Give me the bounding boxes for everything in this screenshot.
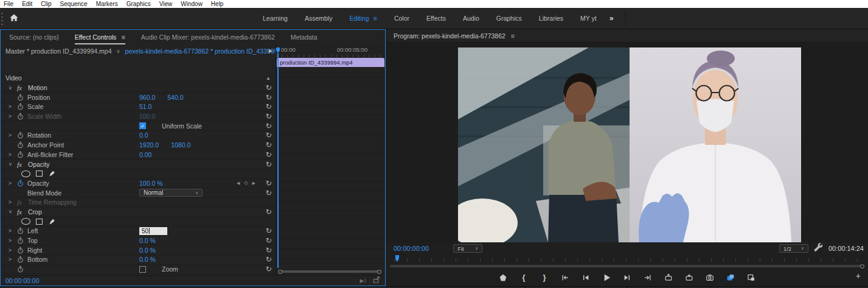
- checkbox-uniform-scale[interactable]: ✓: [139, 122, 146, 129]
- mark-in-button[interactable]: {: [519, 273, 529, 283]
- reset-parameter-icon[interactable]: ↺: [266, 123, 272, 129]
- param-value[interactable]: 100.0 %: [139, 180, 163, 187]
- panel-menu-icon[interactable]: ≡: [373, 15, 377, 22]
- settings-wrench-icon[interactable]: [814, 243, 823, 255]
- export-icon[interactable]: [372, 275, 380, 286]
- workspace-tab-assembly[interactable]: Assembly: [296, 8, 341, 29]
- panel-menu-icon[interactable]: ≡: [121, 33, 125, 41]
- button-editor-plus-button[interactable]: +: [856, 271, 861, 281]
- reset-parameter-icon[interactable]: ↺: [266, 256, 272, 262]
- fx-badge-icon[interactable]: fx: [17, 198, 28, 206]
- stopwatch-icon[interactable]: [17, 237, 27, 244]
- stopwatch-icon[interactable]: [17, 151, 27, 158]
- collapse-up-icon[interactable]: ▲: [266, 76, 271, 81]
- mini-timeline-scrollbar[interactable]: [278, 269, 381, 274]
- pen-mask-icon[interactable]: [48, 218, 55, 225]
- param-value-input[interactable]: 50: [139, 227, 167, 235]
- stopwatch-icon[interactable]: [17, 247, 27, 254]
- rectangle-mask-icon[interactable]: [36, 170, 43, 177]
- reset-parameter-icon[interactable]: ↺: [266, 228, 272, 234]
- workspace-tab-color[interactable]: Color: [386, 8, 418, 29]
- reset-parameter-icon[interactable]: ↺: [266, 209, 272, 215]
- panel-menu-icon[interactable]: ≡: [511, 32, 515, 40]
- master-clip-row[interactable]: Master * production ID_4339994.mp4 ∨ pex…: [1, 44, 276, 58]
- sequence-clip-label[interactable]: pexels-kindel-media-6773862 * production…: [125, 47, 276, 55]
- go-to-out-button[interactable]: [643, 273, 653, 283]
- panel-tab-metadata[interactable]: Metadata: [291, 30, 318, 44]
- next-keyframe-icon[interactable]: ▶: [252, 181, 255, 186]
- menu-item-view[interactable]: View: [159, 0, 173, 8]
- workspace-tab-editing[interactable]: Editing≡: [341, 8, 386, 29]
- panel-tab-source-no-clips[interactable]: Source: (no clips): [9, 30, 59, 44]
- reset-parameter-icon[interactable]: ↺: [266, 94, 272, 100]
- reset-parameter-icon[interactable]: ↺: [266, 132, 272, 138]
- twirl-icon[interactable]: ∨: [9, 209, 17, 214]
- stopwatch-icon[interactable]: [17, 103, 27, 110]
- extract-button[interactable]: [684, 273, 694, 283]
- twirl-icon[interactable]: >: [9, 180, 17, 186]
- menu-item-sequence[interactable]: Sequence: [60, 0, 88, 8]
- menu-item-edit[interactable]: Edit: [22, 0, 32, 8]
- param-value[interactable]: 0.0 %: [139, 256, 156, 263]
- reset-parameter-icon[interactable]: ↺: [266, 104, 272, 110]
- export-frame-button[interactable]: [705, 273, 715, 283]
- pen-mask-icon[interactable]: [48, 170, 55, 177]
- timeline-clip[interactable]: production ID_4339994.mp4: [277, 58, 384, 67]
- twirl-icon[interactable]: >: [9, 104, 17, 110]
- workspace-tab-my-yt[interactable]: MY yt: [572, 8, 605, 29]
- stopwatch-icon[interactable]: [17, 265, 27, 273]
- param-value[interactable]: 0.0 %: [139, 247, 156, 254]
- param-value[interactable]: 1920.0: [139, 141, 159, 149]
- reset-parameter-icon[interactable]: ↺: [266, 237, 272, 244]
- menu-item-file[interactable]: File: [4, 0, 13, 8]
- rectangle-mask-icon[interactable]: [36, 219, 43, 225]
- play-button[interactable]: [602, 273, 611, 283]
- reset-parameter-icon[interactable]: ↺: [266, 161, 272, 167]
- panel-grip[interactable]: [1, 12, 4, 25]
- stopwatch-icon[interactable]: [17, 141, 27, 149]
- workspace-tab-effects[interactable]: Effects: [418, 8, 454, 29]
- home-button[interactable]: [6, 12, 22, 25]
- play-effect-icon[interactable]: ▶⟩: [360, 278, 366, 284]
- reset-parameter-icon[interactable]: ↺: [266, 180, 272, 186]
- twirl-icon[interactable]: >: [9, 247, 17, 253]
- workspace-overflow-button[interactable]: »: [609, 8, 614, 29]
- stopwatch-icon[interactable]: [17, 180, 27, 187]
- lift-button[interactable]: [664, 273, 673, 283]
- twirl-icon[interactable]: >: [9, 113, 17, 119]
- stopwatch-icon[interactable]: [17, 227, 27, 234]
- mini-timeline-playhead[interactable]: [277, 53, 279, 268]
- twirl-icon[interactable]: ∨: [9, 85, 17, 91]
- program-scrubber[interactable]: [386, 255, 868, 264]
- step-forward-button[interactable]: [622, 273, 632, 283]
- workspace-tab-graphics[interactable]: Graphics: [488, 8, 530, 29]
- fx-badge-icon[interactable]: fx: [17, 161, 28, 168]
- workspace-tab-learning[interactable]: Learning: [254, 8, 296, 29]
- add-marker-button[interactable]: [498, 273, 508, 283]
- stopwatch-icon[interactable]: [17, 132, 27, 139]
- comparison-view-button[interactable]: [726, 273, 735, 283]
- effect-controls-timecode[interactable]: 00:00:00:00: [5, 277, 39, 284]
- workspace-tab-audio[interactable]: Audio: [454, 8, 488, 29]
- workspace-tab-libraries[interactable]: Libraries: [530, 8, 572, 29]
- checkbox-zoom[interactable]: [139, 266, 146, 273]
- panel-tab-audio-clip-mixer-pexels-kindel-media-6773862[interactable]: Audio Clip Mixer: pexels-kindel-media-67…: [141, 30, 275, 44]
- param-value[interactable]: 1080.0: [171, 141, 190, 149]
- multi-camera-button[interactable]: [746, 273, 756, 283]
- menu-item-window[interactable]: Window: [181, 0, 203, 8]
- param-value[interactable]: 51.0: [139, 103, 151, 110]
- add-keyframe-icon[interactable]: ◇: [244, 180, 248, 186]
- panel-tab-effect-controls[interactable]: Effect Controls≡: [75, 30, 125, 44]
- reset-parameter-icon[interactable]: ↺: [266, 142, 272, 148]
- twirl-icon[interactable]: >: [9, 152, 17, 158]
- twirl-icon[interactable]: ∨: [9, 161, 17, 167]
- twirl-icon[interactable]: >: [9, 228, 17, 234]
- reset-parameter-icon[interactable]: ↺: [266, 247, 272, 253]
- mark-out-button[interactable]: }: [540, 273, 549, 283]
- menu-item-clip[interactable]: Clip: [41, 0, 51, 8]
- reset-parameter-icon[interactable]: ↺: [266, 85, 272, 91]
- reset-parameter-icon[interactable]: ↺: [266, 152, 272, 158]
- twirl-icon[interactable]: >: [9, 199, 17, 205]
- param-value[interactable]: 960.0: [139, 94, 155, 101]
- stopwatch-icon[interactable]: [17, 256, 27, 263]
